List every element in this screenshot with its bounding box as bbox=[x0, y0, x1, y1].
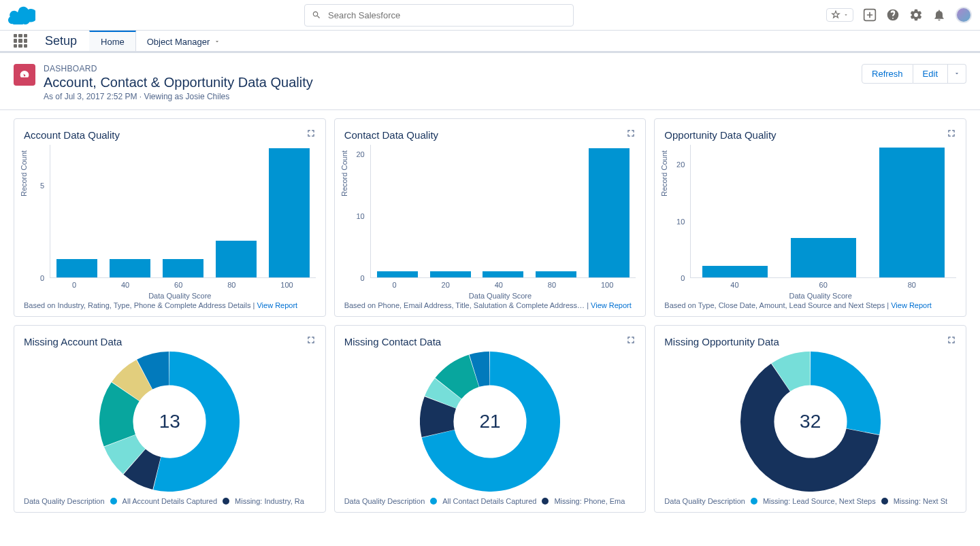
component-contact-data-quality: Contact Data Quality Record Count0102002… bbox=[334, 118, 647, 317]
donut-chart: 32 bbox=[664, 352, 956, 492]
component-missing-opportunity-data: Missing Opportunity Data 32 Data Quality… bbox=[654, 325, 966, 513]
expand-icon[interactable] bbox=[306, 335, 316, 347]
help-icon[interactable] bbox=[886, 8, 900, 22]
legend: Data Quality Description All Account Det… bbox=[24, 497, 316, 505]
expand-icon[interactable] bbox=[947, 335, 956, 347]
global-add-button[interactable] bbox=[863, 8, 877, 22]
expand-icon[interactable] bbox=[947, 129, 956, 141]
legend-swatch bbox=[110, 498, 117, 505]
component-title: Contact Data Quality bbox=[344, 129, 438, 141]
donut-center-value: 13 bbox=[159, 411, 180, 432]
chevron-down-icon bbox=[214, 38, 220, 45]
legend-swatch bbox=[751, 498, 757, 505]
legend-item: Missing: Phone, Ema bbox=[554, 497, 625, 505]
legend-swatch bbox=[881, 498, 888, 505]
legend-label: Data Quality Description bbox=[664, 497, 745, 505]
view-report-link[interactable]: View Report bbox=[257, 301, 297, 309]
tab-home[interactable]: Home bbox=[89, 31, 136, 51]
donut-chart: 13 bbox=[24, 352, 316, 492]
legend-item: All Account Details Captured bbox=[122, 497, 217, 505]
caret-down-icon bbox=[953, 70, 960, 77]
legend: Data Quality Description All Contact Det… bbox=[344, 497, 636, 505]
global-search[interactable] bbox=[304, 4, 574, 27]
global-header bbox=[0, 0, 980, 31]
component-footer-text: Based on Phone, Email Address, Title, Sa… bbox=[344, 301, 585, 309]
component-title: Missing Account Data bbox=[24, 336, 122, 347]
expand-icon[interactable] bbox=[626, 129, 636, 141]
app-name: Setup bbox=[33, 31, 89, 51]
legend-swatch bbox=[223, 498, 229, 505]
component-footer-text: Based on Type, Close Date, Amount, Lead … bbox=[664, 301, 885, 309]
salesforce-logo-icon[interactable] bbox=[8, 5, 35, 24]
legend-label: Data Quality Description bbox=[344, 497, 425, 505]
header-actions bbox=[826, 7, 972, 23]
component-title: Missing Contact Data bbox=[344, 336, 442, 347]
bar-chart: Record Count010200204080100Data Quality … bbox=[344, 145, 636, 294]
refresh-button[interactable]: Refresh bbox=[862, 64, 913, 84]
dashboard-grid: Account Data Quality Record Count0504060… bbox=[0, 110, 980, 521]
more-actions-button[interactable] bbox=[948, 64, 966, 84]
favorites-button[interactable] bbox=[826, 8, 853, 22]
component-missing-contact-data: Missing Contact Data 21 Data Quality Des… bbox=[334, 325, 647, 513]
component-title: Missing Opportunity Data bbox=[664, 336, 779, 347]
donut-center-value: 21 bbox=[479, 411, 500, 432]
view-report-link[interactable]: View Report bbox=[591, 301, 632, 309]
legend-item: Missing: Lead Source, Next Steps bbox=[763, 497, 876, 505]
legend: Data Quality Description Missing: Lead S… bbox=[664, 497, 956, 505]
page-eyebrow: DASHBOARD bbox=[44, 64, 313, 73]
tab-object-manager[interactable]: Object Manager bbox=[136, 31, 232, 51]
component-account-data-quality: Account Data Quality Record Count0504060… bbox=[14, 118, 326, 317]
component-title: Account Data Quality bbox=[24, 129, 120, 141]
app-launcher-icon[interactable] bbox=[8, 31, 33, 51]
bar-chart: Record Count01020406080Data Quality Scor… bbox=[664, 145, 956, 294]
search-icon bbox=[312, 10, 321, 20]
component-opportunity-data-quality: Opportunity Data Quality Record Count010… bbox=[654, 118, 966, 317]
legend-item: Missing: Next St bbox=[894, 497, 947, 505]
donut-chart: 21 bbox=[344, 352, 636, 492]
dashboard-icon bbox=[14, 64, 35, 86]
edit-button[interactable]: Edit bbox=[913, 64, 948, 84]
donut-center-value: 32 bbox=[800, 411, 821, 432]
user-avatar[interactable] bbox=[956, 7, 972, 23]
context-bar: Setup Home Object Manager bbox=[0, 31, 980, 53]
page-title: Account, Contact & Opportunity Data Qual… bbox=[44, 75, 313, 90]
component-footer-text: Based on Industry, Rating, Type, Phone &… bbox=[24, 301, 250, 309]
legend-swatch bbox=[430, 498, 437, 505]
component-missing-account-data: Missing Account Data 13 Data Quality Des… bbox=[14, 325, 326, 513]
component-title: Opportunity Data Quality bbox=[664, 129, 776, 141]
notifications-bell-icon[interactable] bbox=[932, 8, 946, 22]
legend-item: All Contact Details Captured bbox=[442, 497, 536, 505]
legend-item: Missing: Industry, Ra bbox=[235, 497, 304, 505]
search-input[interactable] bbox=[328, 10, 566, 20]
setup-gear-icon[interactable] bbox=[909, 8, 923, 22]
page-actions: Refresh Edit bbox=[862, 64, 966, 84]
bar-chart: Record Count050406080100Data Quality Sco… bbox=[24, 145, 316, 294]
expand-icon[interactable] bbox=[626, 335, 636, 347]
view-report-link[interactable]: View Report bbox=[891, 301, 932, 309]
page-meta: As of Jul 3, 2017 2:52 PM · Viewing as J… bbox=[44, 92, 313, 101]
expand-icon[interactable] bbox=[306, 129, 316, 141]
page-header: DASHBOARD Account, Contact & Opportunity… bbox=[0, 53, 980, 110]
legend-label: Data Quality Description bbox=[24, 497, 105, 505]
legend-swatch bbox=[542, 498, 549, 505]
